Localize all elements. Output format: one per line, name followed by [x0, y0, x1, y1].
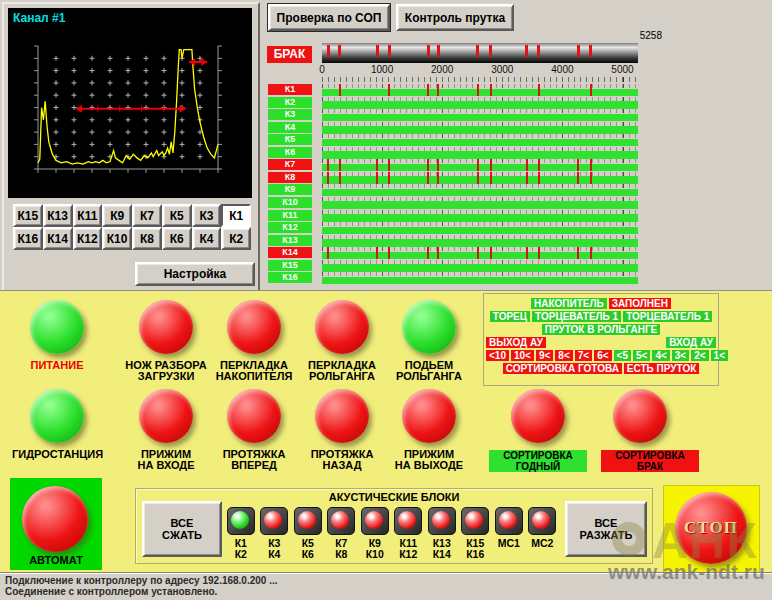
channel-select-button[interactable]: К11 — [73, 204, 103, 227]
indicator-light-red — [361, 507, 389, 535]
channel-bar — [322, 101, 638, 109]
pull-forward-button[interactable] — [227, 389, 281, 443]
channel-select-button[interactable]: К1 — [221, 204, 251, 227]
channel-row-label: К1 — [268, 84, 312, 95]
light-ball — [398, 511, 416, 529]
status-chip: 2< — [691, 350, 708, 361]
defect-mark — [577, 45, 580, 57]
sort-brak-button[interactable] — [613, 389, 667, 443]
sort-good-button-label: СОРТИРОВКА ГОДНЫЙ — [489, 450, 587, 472]
automat-label: АВТОМАТ — [10, 554, 102, 566]
axis-tick-label: 4000 — [551, 64, 573, 75]
channel-strip-rows: К1К2К3К4К5К6К7К8К9К10К11К12К13К14К15К16 — [258, 84, 668, 286]
defect-mark — [477, 159, 479, 171]
channel-select-button[interactable]: К6 — [162, 227, 192, 250]
line-status-panel: НАКОПИТЕЛЬЗАПОЛНЕНТОРЕЦТОРЦЕВАТЕЛЬ 1ТОРЦ… — [483, 293, 719, 386]
defect-mark — [477, 84, 479, 96]
channel-select-button[interactable]: К7 — [132, 204, 162, 227]
rollgang-lift-button[interactable] — [402, 300, 456, 354]
defect-mark — [490, 172, 492, 184]
channel-bar — [322, 214, 638, 222]
exit-clamp-button-label: ПРИЖИМ НА ВЫХОДЕ — [384, 449, 474, 471]
channel-bar — [322, 239, 638, 247]
channel-select-button[interactable]: К13 — [43, 204, 73, 227]
entry-clamp-button[interactable] — [139, 389, 193, 443]
compress-all-button[interactable]: ВСЕ СЖАТЬ — [142, 501, 222, 557]
defect-mark — [437, 45, 440, 57]
acoustic-block-label: К5 К6 — [291, 538, 325, 560]
defect-mark — [339, 172, 341, 184]
channel-select-button[interactable]: К14 — [43, 227, 73, 250]
defect-mark — [339, 84, 341, 96]
channel-select-button[interactable]: К15 — [13, 204, 43, 227]
rollgang-transfer-button[interactable] — [315, 300, 369, 354]
channel-select-button[interactable]: К2 — [221, 227, 251, 250]
defect-mark — [538, 159, 540, 171]
axis-tick-label: 3000 — [491, 64, 513, 75]
stacker-transfer-button[interactable] — [227, 300, 281, 354]
power-button-group: ПИТАНИЕ — [12, 300, 102, 371]
acoustic-block: К3 К4 — [258, 507, 292, 560]
hydrostation-button[interactable] — [30, 389, 84, 443]
acoustic-block: МС1 — [492, 507, 526, 560]
entry-clamp-button-label: ПРИЖИМ НА ВХОДЕ — [121, 449, 211, 471]
channel-select-button[interactable]: К9 — [102, 204, 132, 227]
axis-tick-label: 1000 — [371, 64, 393, 75]
channel-select-button[interactable]: К12 — [73, 227, 103, 250]
brak-summary-bar — [322, 43, 638, 63]
status-chip: ТОРЦЕВАТЕЛЬ 1 — [532, 311, 621, 322]
automat-button[interactable] — [22, 486, 88, 552]
a-scan-display: Канал #1 — [8, 8, 252, 198]
release-all-button[interactable]: ВСЕ РАЗЖАТЬ — [565, 501, 647, 557]
acoustic-block-label: МС2 — [526, 538, 560, 549]
defect-mark — [427, 45, 430, 57]
defect-mark — [538, 247, 540, 259]
acoustic-lights-row: К1 К2К3 К4К5 К6К7 К8К9 К10К11 К12К13 К14… — [224, 507, 559, 560]
status-chip: 3< — [672, 350, 689, 361]
loader-knife-button[interactable] — [139, 300, 193, 354]
channel-bar — [322, 277, 638, 285]
channel-select-button[interactable]: К3 — [192, 204, 222, 227]
channel-bar — [322, 189, 638, 197]
indicator-light-red — [260, 507, 288, 535]
defect-mark — [489, 45, 492, 57]
channel-row-label: К15 — [268, 260, 312, 271]
defect-mark — [388, 84, 390, 96]
channel-select-button[interactable]: К8 — [132, 227, 162, 250]
channel-select-button[interactable]: К10 — [102, 227, 132, 250]
channel-select-button[interactable]: К5 — [162, 204, 192, 227]
defect-mark — [376, 172, 378, 184]
operator-panel: НАКОПИТЕЛЬЗАПОЛНЕНТОРЕЦТОРЦЕВАТЕЛЬ 1ТОРЦ… — [0, 290, 772, 573]
status-chip: ТОРЕЦ — [490, 311, 530, 322]
channel-select-button[interactable]: К4 — [192, 227, 222, 250]
settings-button[interactable]: Настройка — [135, 262, 255, 286]
defect-mark — [327, 159, 329, 171]
defect-mark — [437, 247, 439, 259]
power-button[interactable] — [30, 300, 84, 354]
acoustic-block: К15 К16 — [459, 507, 493, 560]
sort-good-button[interactable] — [511, 389, 565, 443]
exit-clamp-button[interactable] — [402, 389, 456, 443]
channel-ruler — [322, 109, 638, 113]
channel-row-label: К6 — [268, 147, 312, 158]
pull-backward-button[interactable] — [315, 389, 369, 443]
defect-mark — [388, 159, 390, 171]
defect-mark — [437, 159, 439, 171]
channel-row-label: К5 — [268, 134, 312, 145]
channel-select-button[interactable]: К16 — [13, 227, 43, 250]
rod-control-button[interactable]: Контроль прутка — [396, 4, 514, 31]
defect-mark — [577, 172, 579, 184]
stop-button[interactable]: СТОП — [675, 492, 747, 564]
channel-bar — [322, 264, 638, 272]
pull-forward-button-group: ПРОТЯЖКА ВПЕРЕД — [209, 389, 299, 471]
channel-row-label: К12 — [268, 222, 312, 233]
defect-mark — [490, 159, 492, 171]
defect-mark — [427, 84, 429, 96]
channel-row-label: К10 — [268, 197, 312, 208]
pull-forward-button-label: ПРОТЯЖКА ВПЕРЕД — [209, 449, 299, 471]
check-by-sop-button[interactable]: Проверка по СОП — [268, 4, 390, 31]
channel-row-label: К9 — [268, 184, 312, 195]
rollgang-lift-button-label: ПОДЬЕМ РОЛЬГАНГА — [384, 360, 474, 382]
status-chip: ЕСТЬ ПРУТОК — [624, 363, 699, 374]
defect-mark — [388, 45, 391, 57]
